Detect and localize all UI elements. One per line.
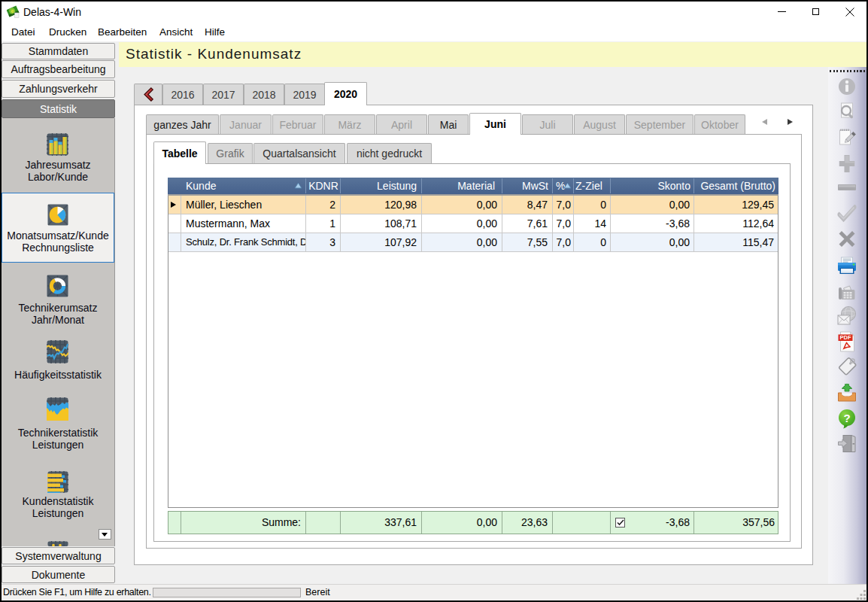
svg-text:PDF: PDF xyxy=(840,334,851,341)
svg-text:?: ? xyxy=(843,412,850,424)
